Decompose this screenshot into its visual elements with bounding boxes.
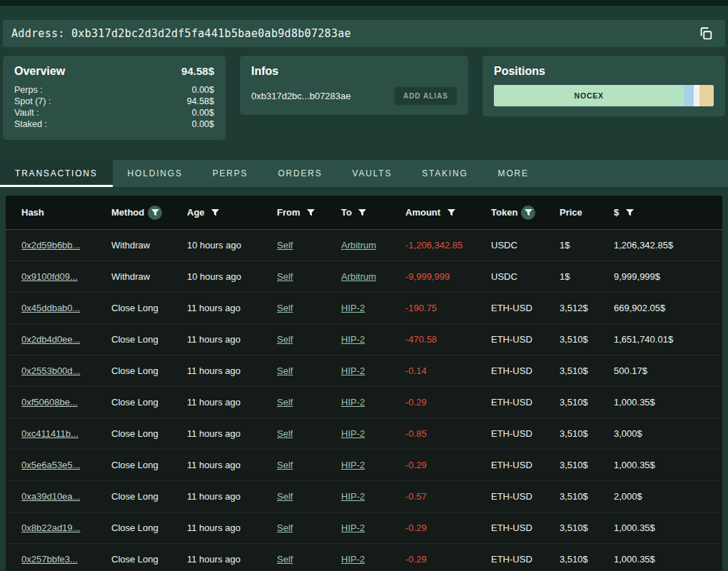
usd-cell: 1,000.35$: [614, 522, 722, 533]
usd-cell: 1,651,740.01$: [614, 334, 722, 345]
column-header-price: Price: [560, 207, 614, 218]
filter-icon[interactable]: [622, 206, 637, 220]
to-link[interactable]: HIP-2: [341, 365, 365, 376]
position-segment[interactable]: NOCEX: [494, 85, 684, 106]
age-cell: 11 hours ago: [187, 303, 277, 313]
usd-cell: 1,000.35$: [614, 397, 722, 408]
overview-row-label: Spot (7) :: [14, 96, 51, 107]
to-link[interactable]: HIP-2: [341, 428, 365, 439]
table-row: 0x8b22ad19...Close Long11 hours agoSelfH…: [6, 512, 722, 544]
table-row: 0x2db4d0ee...Close Long11 hours agoSelfH…: [6, 324, 722, 355]
to-link[interactable]: HIP-2: [341, 522, 365, 533]
from-link[interactable]: Self: [277, 522, 293, 533]
to-link[interactable]: HIP-2: [341, 460, 365, 470]
column-header-amount: Amount: [405, 206, 491, 220]
overview-row-value: 0.00$: [192, 84, 214, 96]
table-row: 0x45ddbab0...Close Long11 hours agoSelfH…: [6, 293, 722, 324]
tab-holdings[interactable]: HOLDINGS: [113, 160, 198, 187]
token-cell: ETH-USD: [491, 397, 560, 408]
tab-transactions[interactable]: TRANSACTIONS: [0, 160, 113, 187]
age-cell: 10 hours ago: [187, 240, 277, 251]
tab-perps[interactable]: PERPS: [198, 160, 263, 187]
from-link[interactable]: Self: [277, 271, 293, 282]
column-header-hash: Hash: [21, 207, 111, 218]
hash-link[interactable]: 0x45ddbab0...: [21, 303, 80, 313]
top-strip: [0, 0, 728, 6]
hash-link[interactable]: 0x9100fd09...: [21, 271, 78, 282]
token-cell: ETH-USD: [491, 491, 560, 502]
from-link[interactable]: Self: [277, 554, 293, 565]
overview-row: Staked :0.00$: [14, 118, 214, 130]
filter-icon[interactable]: [355, 206, 370, 220]
age-cell: 11 hours ago: [187, 428, 277, 439]
tab-staking[interactable]: STAKING: [407, 160, 482, 187]
table-row: 0xc411411b...Close Long11 hours agoSelfH…: [6, 418, 722, 450]
to-link[interactable]: Arbitrum: [341, 240, 376, 251]
method-cell: Close Long: [111, 397, 187, 408]
to-link[interactable]: HIP-2: [341, 303, 365, 313]
from-link[interactable]: Self: [277, 428, 293, 439]
infos-title: Infos: [251, 65, 457, 78]
to-link[interactable]: HIP-2: [341, 491, 365, 502]
from-link[interactable]: Self: [277, 397, 293, 408]
from-link[interactable]: Self: [277, 334, 293, 345]
column-label: Method: [111, 207, 144, 218]
amount-cell: -0.29: [405, 397, 491, 408]
hash-link[interactable]: 0x257bbfe3...: [21, 554, 78, 565]
from-link[interactable]: Self: [277, 303, 293, 313]
hash-link[interactable]: 0x2db4d0ee...: [21, 334, 80, 345]
filter-icon[interactable]: [304, 206, 318, 220]
position-segment[interactable]: [694, 85, 699, 106]
from-link[interactable]: Self: [277, 460, 293, 470]
method-cell: Close Long: [111, 460, 187, 470]
hash-link[interactable]: 0x5e6a53e5...: [21, 460, 80, 470]
filter-icon[interactable]: [148, 206, 162, 220]
tab-vaults[interactable]: VAULTS: [338, 160, 408, 187]
token-cell: USDC: [491, 240, 560, 251]
method-cell: Close Long: [111, 334, 187, 345]
column-header-token: Token: [491, 206, 560, 220]
to-link[interactable]: HIP-2: [341, 334, 365, 345]
from-link[interactable]: Self: [277, 240, 293, 251]
from-link[interactable]: Self: [277, 365, 293, 376]
to-link[interactable]: HIP-2: [341, 397, 365, 408]
copy-address-button[interactable]: [697, 24, 715, 43]
hash-link[interactable]: 0x2553b00d...: [21, 365, 80, 376]
infos-address: 0xb317d2bc...b07283ae: [251, 91, 351, 101]
position-segment[interactable]: [699, 85, 714, 106]
table-row: 0x2553b00d...Close Long11 hours agoSelfH…: [6, 355, 722, 387]
to-link[interactable]: Arbitrum: [341, 271, 376, 282]
hash-link[interactable]: 0xc411411b...: [21, 428, 79, 439]
filter-icon[interactable]: [208, 206, 223, 220]
method-cell: Close Long: [111, 522, 187, 533]
amount-cell: -0.29: [405, 522, 491, 533]
hash-link[interactable]: 0x8b22ad19...: [21, 522, 80, 533]
table-row: 0xa39d10ea...Close Long11 hours agoSelfH…: [6, 481, 722, 512]
amount-cell: -190.75: [405, 303, 491, 313]
position-segment-label: NOCEX: [575, 91, 604, 100]
age-cell: 11 hours ago: [187, 522, 277, 533]
position-segment[interactable]: [684, 85, 694, 106]
address-value: 0xb317d2bc2d3d2df5fa441b5bae0ab9d8b07283…: [71, 27, 351, 40]
filter-icon[interactable]: [444, 206, 458, 220]
price-cell: 3,512$: [560, 303, 614, 313]
hash-link[interactable]: 0x2d59b6bb...: [21, 240, 80, 251]
hash-link[interactable]: 0xf50608be...: [21, 397, 78, 408]
usd-cell: 2,000$: [614, 491, 722, 502]
hash-link[interactable]: 0xa39d10ea...: [21, 491, 80, 502]
overview-title: Overview: [14, 65, 65, 78]
usd-cell: 9,999,999$: [614, 271, 722, 282]
filter-icon[interactable]: [521, 206, 535, 220]
usd-cell: 1,000.35$: [614, 460, 722, 470]
to-link[interactable]: HIP-2: [341, 554, 365, 565]
positions-bar[interactable]: NOCEX: [494, 85, 714, 106]
add-alias-button[interactable]: ADD ALIAS: [395, 87, 457, 105]
age-cell: 11 hours ago: [187, 365, 277, 376]
address-bar: Address: 0xb317d2bc2d3d2df5fa441b5bae0ab…: [3, 20, 725, 47]
tab-more[interactable]: MORE: [483, 160, 544, 187]
tab-orders[interactable]: ORDERS: [263, 160, 337, 187]
table-row: 0x5e6a53e5...Close Long11 hours agoSelfH…: [6, 450, 722, 481]
from-link[interactable]: Self: [277, 491, 293, 502]
token-cell: ETH-USD: [491, 303, 560, 313]
column-header-age: Age: [187, 206, 277, 220]
